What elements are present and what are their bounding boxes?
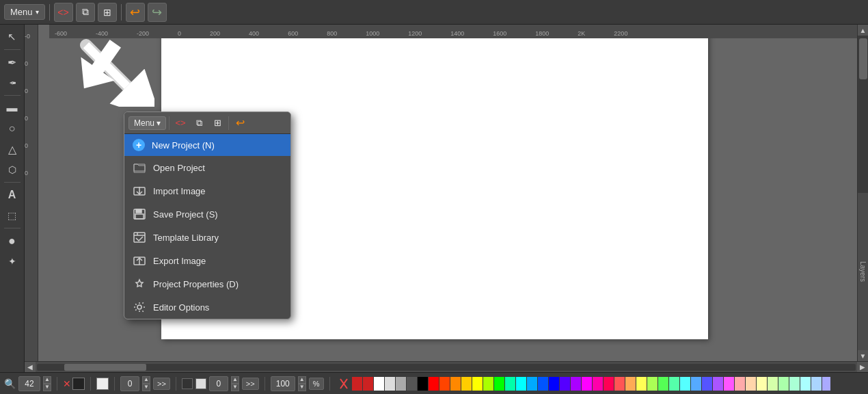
bezier-tool-button[interactable]: ✒	[3, 73, 22, 92]
color-swatch[interactable]	[505, 377, 515, 391]
color-swatch[interactable]	[352, 377, 362, 391]
color-swatch[interactable]	[560, 377, 570, 391]
zoom-value-input[interactable]: 42	[18, 376, 40, 391]
color-swatch[interactable]	[407, 377, 417, 391]
menu-item-export-image[interactable]: Export Image	[124, 249, 290, 272]
color-swatch[interactable]	[713, 377, 723, 391]
expand-button[interactable]: >>	[153, 378, 170, 390]
color-swatch[interactable]	[385, 377, 395, 391]
no-color-swatch[interactable]	[338, 377, 349, 391]
scroll-track-vertical[interactable]	[858, 36, 868, 193]
color-swatch[interactable]	[603, 377, 614, 391]
color-swatch[interactable]	[571, 377, 581, 391]
color-swatch[interactable]	[494, 377, 504, 391]
fill-tool-button[interactable]: ●	[3, 231, 22, 250]
color-swatch[interactable]	[527, 377, 537, 391]
cylinder-tool-button[interactable]: ⬡	[3, 160, 22, 179]
color-swatch[interactable]	[800, 377, 811, 391]
scroll-right-button[interactable]: ▶	[857, 362, 868, 373]
scroll-up-button[interactable]: ▲	[858, 25, 869, 36]
color-swatch[interactable]	[614, 377, 625, 391]
color-swatch[interactable]	[680, 377, 690, 391]
percent-expand-button[interactable]: %	[309, 378, 324, 390]
percent-up-button[interactable]: ▲	[298, 376, 306, 384]
dm-copy-icon-button[interactable]: ⧉	[191, 115, 207, 131]
color-swatch[interactable]	[549, 377, 559, 391]
color-swatch[interactable]	[768, 377, 778, 391]
color-swatch[interactable]	[789, 377, 800, 391]
menu-item-save-project[interactable]: Save Project (S)	[124, 202, 290, 226]
grid-icon-button[interactable]: ⊞	[98, 3, 117, 22]
color-swatch[interactable]	[439, 377, 450, 391]
menu-button[interactable]: Menu ▾	[4, 4, 45, 20]
color-swatch[interactable]	[702, 377, 712, 391]
color-swatch[interactable]	[472, 377, 483, 391]
color-swatch[interactable]	[538, 377, 548, 391]
select-tool-button[interactable]: ↖	[3, 27, 22, 47]
redo-button[interactable]: ↪	[148, 3, 167, 22]
stroke-square[interactable]	[195, 378, 206, 389]
stroke-down-button[interactable]: ▼	[231, 384, 239, 391]
stroke-up-button[interactable]: ▲	[231, 376, 239, 384]
dm-grid-icon-button[interactable]: ⊞	[209, 115, 226, 131]
opacity-down-button[interactable]: ▼	[142, 384, 150, 391]
pen-tool-button[interactable]: ✒	[3, 53, 22, 72]
expand-stroke-button[interactable]: >>	[242, 378, 259, 390]
color-swatch[interactable]	[811, 377, 822, 391]
color-swatch[interactable]	[429, 377, 439, 391]
eyedropper-tool-button[interactable]: ✦	[3, 252, 22, 271]
image-tool-button[interactable]: ⬚	[3, 206, 22, 225]
dropdown-menu-button[interactable]: Menu ▾	[128, 116, 166, 130]
menu-item-new-project[interactable]: + New Project (N)	[124, 134, 290, 156]
color-swatch[interactable]	[757, 377, 767, 391]
undo-button[interactable]: ↩	[126, 3, 145, 22]
percent-down-button[interactable]: ▼	[298, 384, 306, 391]
stroke-value-input[interactable]	[209, 376, 228, 391]
color-swatch[interactable]	[582, 377, 592, 391]
color-swatch[interactable]	[647, 377, 657, 391]
color-swatch[interactable]	[625, 377, 636, 391]
layers-panel-button[interactable]: Layers	[859, 193, 867, 350]
color-swatch[interactable]	[516, 377, 526, 391]
color-swatch[interactable]	[450, 377, 461, 391]
fill-color-box[interactable]	[72, 378, 85, 390]
stroke-color-box[interactable]	[96, 378, 109, 390]
code-icon-button[interactable]: <>	[54, 3, 73, 22]
color-swatch[interactable]	[822, 377, 830, 391]
opacity-value-input[interactable]	[120, 376, 139, 391]
dm-code-icon-button[interactable]: <>	[172, 115, 189, 131]
menu-item-project-properties[interactable]: Project Properties (D)	[124, 272, 290, 296]
color-swatch[interactable]	[418, 377, 428, 391]
copy-icon-button[interactable]: ⧉	[76, 3, 95, 22]
menu-item-open-project[interactable]: Open Project	[124, 156, 290, 179]
color-swatch[interactable]	[778, 377, 789, 391]
scroll-down-button[interactable]: ▼	[858, 350, 869, 361]
text-tool-button[interactable]: A	[3, 185, 22, 205]
color-swatch[interactable]	[724, 377, 734, 391]
scroll-left-button[interactable]: ◀	[25, 362, 36, 373]
color-swatch[interactable]	[746, 377, 756, 391]
opacity-up-button[interactable]: ▲	[142, 376, 150, 384]
color-swatch[interactable]	[658, 377, 668, 391]
ellipse-tool-button[interactable]: ○	[3, 119, 22, 138]
color-swatch[interactable]	[636, 377, 647, 391]
menu-item-import-image[interactable]: Import Image	[124, 179, 290, 202]
color-swatch[interactable]	[374, 377, 384, 391]
color-swatch[interactable]	[483, 377, 493, 391]
menu-item-editor-options[interactable]: Editor Options	[124, 296, 290, 319]
color-swatch[interactable]	[735, 377, 745, 391]
fill-square[interactable]	[182, 378, 193, 389]
percent-value-input[interactable]: 100	[271, 376, 295, 391]
dm-undo-button[interactable]: ↩	[232, 115, 248, 131]
color-swatch[interactable]	[691, 377, 701, 391]
color-swatch[interactable]	[669, 377, 679, 391]
color-swatch[interactable]	[363, 377, 373, 391]
color-swatch[interactable]	[396, 377, 406, 391]
color-swatch[interactable]	[593, 377, 603, 391]
rect-tool-button[interactable]: ▬	[3, 98, 22, 118]
zoom-up-button[interactable]: ▲	[43, 376, 51, 384]
triangle-tool-button[interactable]: △	[3, 140, 22, 159]
scroll-track-horizontal[interactable]	[37, 364, 856, 371]
menu-item-template-library[interactable]: Template Library	[124, 226, 290, 249]
color-swatch[interactable]	[461, 377, 472, 391]
